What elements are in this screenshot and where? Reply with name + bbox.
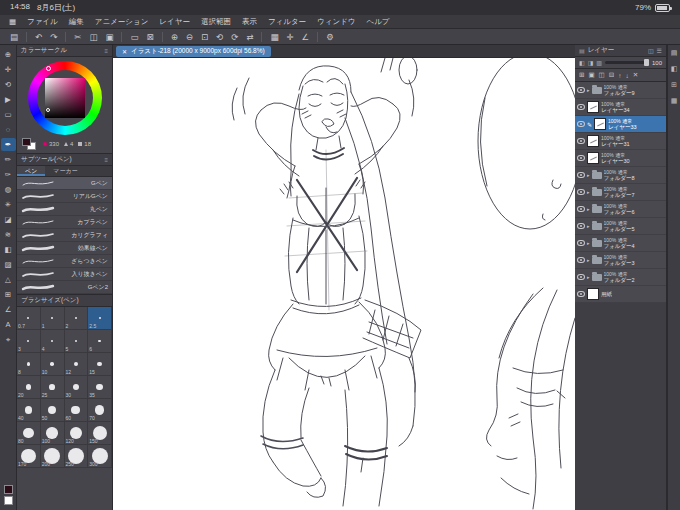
menu-item[interactable]: アニメーション [95, 17, 149, 27]
undo-icon[interactable]: ↶ [35, 32, 42, 42]
menu-item[interactable]: フィルター [268, 17, 306, 27]
visibility-eye-icon[interactable] [577, 189, 585, 195]
brush-size-cell[interactable]: 300 [88, 445, 112, 468]
visibility-eye-icon[interactable] [577, 291, 585, 297]
brush-size-cell[interactable]: 60 [65, 399, 89, 422]
brush-size-cell[interactable]: 40 [17, 399, 41, 422]
subtool-item[interactable]: カリグラフィ [17, 229, 112, 242]
subtool-item[interactable]: Gペン [17, 177, 112, 190]
layer-row[interactable]: ▸100% 通常フォルダー5 [575, 218, 666, 235]
folder-expand-icon[interactable]: ▸ [587, 274, 590, 280]
pencil-tool-icon[interactable]: ✏ [1, 153, 16, 166]
subtool-item[interactable]: リアルGペン [17, 190, 112, 203]
layer-row[interactable]: ▸100% 通常フォルダー3 [575, 252, 666, 269]
blend-tool-icon[interactable]: ≋ [1, 228, 16, 241]
brush-size-cell[interactable]: 12 [65, 353, 89, 376]
text-tool-icon[interactable]: A [1, 318, 16, 331]
sv-square[interactable] [45, 78, 85, 118]
layer-row[interactable]: 用紙 [575, 286, 666, 303]
folder-expand-icon[interactable]: ▸ [587, 206, 590, 212]
subtool-item[interactable]: 効果線ペン [17, 242, 112, 255]
rotate-right-icon[interactable]: ⟳ [231, 32, 238, 42]
menu-item[interactable]: ファイル [27, 17, 58, 27]
foreground-color-chip[interactable] [4, 485, 13, 494]
menu-item[interactable]: レイヤー [159, 17, 190, 27]
layer-row[interactable]: ▸100% 通常フォルダー8 [575, 167, 666, 184]
folder-expand-icon[interactable]: ▸ [587, 223, 590, 229]
layer-row[interactable]: 100% 通常レイヤー31 [575, 133, 666, 150]
hand-tool-icon[interactable]: ✛ [1, 63, 16, 76]
layer-row[interactable]: ▸100% 通常フォルダー6 [575, 201, 666, 218]
brush-size-cell[interactable]: 170 [17, 445, 41, 468]
material-tab-icon[interactable]: ▦ [671, 97, 678, 105]
redo-icon[interactable]: ↷ [50, 32, 57, 42]
brush-size-cell[interactable]: 30 [65, 376, 89, 399]
menu-item[interactable]: 表示 [242, 17, 257, 27]
layer-row[interactable]: 100% 通常レイヤー30 [575, 150, 666, 167]
brush-size-cell[interactable]: 35 [88, 376, 112, 399]
canvas-tab[interactable]: ✕ イラスト-218 (20000 x 9000px 600dpi 56.8%) [116, 46, 271, 57]
panels-icon[interactable]: ▤ [10, 32, 18, 42]
subtool-item[interactable]: ざらつきペン [17, 255, 112, 268]
eraser-tool-icon[interactable]: ◪ [1, 213, 16, 226]
folder-expand-icon[interactable]: ▸ [587, 189, 590, 195]
subtool-panel-menu-icon[interactable]: ≡ [104, 157, 108, 163]
visibility-eye-icon[interactable] [577, 223, 585, 229]
snap-icon[interactable]: ✛ [286, 32, 293, 42]
brush-size-cell[interactable]: 20 [17, 376, 41, 399]
brush-size-cell[interactable]: 70 [88, 399, 112, 422]
fg-bg-swatches[interactable] [22, 138, 38, 150]
blend-mode-icon[interactable]: ◧ [579, 59, 585, 66]
brush-size-cell[interactable]: 8 [17, 353, 41, 376]
brush-size-cell[interactable]: 0.7 [17, 307, 41, 330]
lasso-tool-icon[interactable]: ◌ [1, 123, 16, 136]
background-color-chip[interactable] [4, 496, 13, 505]
frame-tool-icon[interactable]: ⊞ [1, 288, 16, 301]
layer-row[interactable]: ▸100% 通常フォルダー4 [575, 235, 666, 252]
brush-size-cell[interactable]: 6 [88, 330, 112, 353]
new-layer-icon[interactable]: ⊞ [579, 71, 584, 79]
paste-icon[interactable]: ▣ [105, 32, 113, 42]
move-up-icon[interactable]: ↑ [618, 71, 621, 79]
brush-size-cell[interactable]: 120 [65, 422, 89, 445]
layer-property-tab-icon[interactable]: ◧ [671, 65, 678, 73]
fit-screen-icon[interactable]: ⊡ [201, 32, 208, 42]
rotate-canvas-tool-icon[interactable]: ⟲ [1, 78, 16, 91]
gradient-tool-icon[interactable]: ▨ [1, 258, 16, 271]
visibility-eye-icon[interactable] [577, 206, 585, 212]
folder-expand-icon[interactable]: ▸ [587, 87, 590, 93]
layer-panel-menu-icon[interactable]: ☰ [657, 47, 662, 54]
subtool-item[interactable]: カブラペン [17, 216, 112, 229]
ruler-tool-icon[interactable]: ∠ [1, 303, 16, 316]
deselect-icon[interactable]: ⊠ [147, 32, 154, 42]
brush-size-cell[interactable]: 15 [88, 353, 112, 376]
folder-expand-icon[interactable]: ▸ [587, 172, 590, 178]
foreground-swatch[interactable] [22, 138, 31, 146]
select-icon[interactable]: ▭ [130, 32, 138, 42]
eyedropper-tool-icon[interactable]: ⌖ [1, 333, 16, 346]
menu-item[interactable]: ヘルプ [366, 17, 389, 27]
visibility-eye-icon[interactable] [577, 87, 585, 93]
brush-size-cell[interactable]: 1 [41, 307, 65, 330]
brush-size-cell[interactable]: 3 [17, 330, 41, 353]
sv-cursor[interactable] [46, 108, 50, 112]
selection-tool-icon[interactable]: ▭ [1, 108, 16, 121]
brush-size-cell[interactable]: 2 [65, 307, 89, 330]
copy-icon[interactable]: ◫ [89, 32, 97, 42]
subtool-tab[interactable]: ペン [17, 166, 45, 176]
lock-icon[interactable]: ▥ [596, 59, 602, 66]
merge-down-icon[interactable]: ⊟ [609, 71, 614, 79]
cut-icon[interactable]: ✂ [74, 32, 81, 42]
layer-row[interactable]: 100% 通常レイヤー34 [575, 99, 666, 116]
hue-cursor[interactable] [46, 66, 51, 71]
visibility-eye-icon[interactable] [577, 257, 585, 263]
move-down-icon[interactable]: ↓ [625, 71, 628, 79]
visibility-eye-icon[interactable] [577, 138, 585, 144]
zoom-in-icon[interactable]: ⊕ [171, 32, 178, 42]
brush-size-cell[interactable]: 10 [41, 353, 65, 376]
color-panel-menu-icon[interactable]: ≡ [104, 48, 108, 54]
layer-row[interactable]: ✎100% 通常レイヤー33 [575, 116, 666, 133]
figure-tool-icon[interactable]: △ [1, 273, 16, 286]
subtool-item[interactable]: Gペン2 [17, 281, 112, 294]
visibility-eye-icon[interactable] [577, 104, 585, 110]
